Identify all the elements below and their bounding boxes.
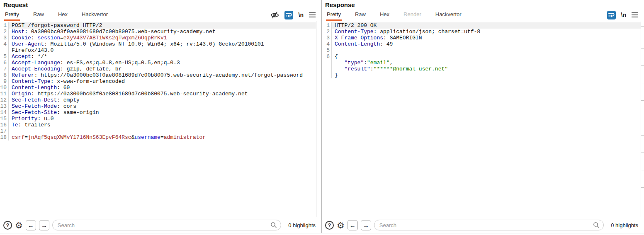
line-number: 1	[0, 22, 9, 29]
menu-icon[interactable]	[309, 10, 316, 19]
line-number: 18	[0, 134, 9, 141]
line-number: 8	[0, 72, 9, 78]
line-number: 12	[0, 97, 9, 103]
code-line: 18csrf=jnAqf5qsqXWMvY1716NnS63EpvF64Rsc&…	[0, 134, 321, 141]
code-line: 2Host: 0a3000bc03f0ae8081689d7c00b80075.…	[0, 29, 321, 35]
request-search-input[interactable]	[52, 220, 281, 230]
menu-icon[interactable]	[632, 10, 638, 19]
prev-match-button[interactable]: ←	[348, 220, 358, 230]
line-number: 9	[0, 78, 9, 85]
tab-hackvertor[interactable]: Hackvertor	[435, 9, 462, 21]
code-line: 11Origin: https://0a3000bc03f0ae8081689d…	[0, 91, 321, 97]
tab-hex[interactable]: Hex	[379, 9, 390, 21]
prev-match-button[interactable]: ←	[26, 220, 36, 230]
code-line: 10Content-Length: 60	[0, 85, 321, 91]
code-text: csrf=jnAqf5qsqXWMvY1716NnS63EpvF64Rsc&us…	[9, 134, 321, 141]
code-line: 5	[322, 47, 644, 53]
help-icon[interactable]: ?	[3, 221, 12, 230]
tab-pretty[interactable]: Pretty	[4, 9, 20, 21]
code-line: 4Content-Length: 49	[322, 41, 644, 47]
request-editor[interactable]: 1POST /forgot-password HTTP/22Host: 0a30…	[0, 21, 321, 217]
line-number: 4	[322, 41, 332, 47]
wrap-lines-icon[interactable]	[284, 11, 293, 19]
code-line: "type":"email",	[322, 60, 644, 66]
code-line: Firefox/143.0	[0, 47, 321, 53]
response-editor-icons: \n	[607, 10, 638, 19]
line-number: 2	[0, 29, 9, 35]
newline-chars-icon[interactable]: \n	[621, 10, 626, 19]
tab-hackvertor[interactable]: Hackvertor	[81, 9, 109, 21]
tab-raw[interactable]: Raw	[32, 9, 45, 21]
code-line: 3Cookie: session=eXyV43V7ABTiWKs2qTwqxmZ…	[0, 35, 321, 41]
search-magnifier-icon	[270, 222, 277, 230]
code-text	[332, 47, 644, 53]
code-line: "result":"*****@normal-user.net"	[322, 66, 644, 72]
code-text: {	[332, 53, 644, 60]
tab-pretty[interactable]: Pretty	[326, 9, 342, 21]
wrap-lines-icon[interactable]	[607, 11, 616, 19]
code-text: Content-Type: x-www-form-urlencoded	[9, 78, 321, 85]
response-editor[interactable]: 1HTTP/2 200 OK2Content-Type: application…	[322, 21, 644, 217]
settings-gear-icon[interactable]: ⚙	[337, 221, 345, 230]
code-line: 1POST /forgot-password HTTP/2	[0, 22, 321, 29]
response-search-input[interactable]	[374, 220, 604, 230]
code-text: Accept-Language: es-ES,es;q=0.8,en-US;q=…	[9, 60, 321, 66]
tab-raw[interactable]: Raw	[354, 9, 367, 21]
request-search-bar: ? ⚙ ← → 0 highlights	[0, 217, 321, 233]
line-number	[322, 72, 332, 78]
line-number	[0, 47, 9, 53]
code-text: Origin: https://0a3000bc03f0ae8081689d7c…	[9, 91, 321, 97]
code-line: 1HTTP/2 200 OK	[322, 22, 644, 29]
line-number: 16	[0, 122, 9, 128]
line-number	[322, 60, 332, 66]
line-number: 14	[0, 109, 9, 116]
response-title: Response	[325, 1, 355, 8]
line-number: 6	[322, 53, 332, 60]
code-line: }	[322, 72, 644, 78]
line-number: 10	[0, 85, 9, 91]
code-line: 6{	[322, 53, 644, 60]
code-text: Content-Length: 49	[332, 41, 644, 47]
line-number: 7	[0, 66, 9, 72]
code-text: Accept-Encoding: gzip, deflate, br	[9, 66, 321, 72]
response-search-bar: ? ⚙ ← → 0 highlights	[322, 217, 644, 233]
code-line: 17	[0, 128, 321, 134]
window-bottom-border	[0, 233, 644, 233]
code-line: 8Referer: https://0a3000bc03f0ae8081689d…	[0, 72, 321, 78]
help-icon[interactable]: ?	[325, 221, 334, 230]
code-text: Sec-Fetch-Site: same-origin	[9, 109, 321, 116]
request-title: Request	[3, 1, 28, 8]
code-text: Accept: */*	[9, 53, 321, 60]
code-text: Host: 0a3000bc03f0ae8081689d7c00b80075.w…	[9, 29, 321, 35]
next-match-button[interactable]: →	[361, 220, 371, 230]
code-text: Te: trailers	[9, 122, 321, 128]
newline-chars-icon[interactable]: \n	[299, 10, 304, 19]
tab-hex[interactable]: Hex	[57, 9, 68, 21]
code-text: Sec-Fetch-Mode: cors	[9, 103, 321, 109]
code-text: User-Agent: Mozilla/5.0 (Windows NT 10.0…	[9, 41, 321, 47]
search-magnifier-icon	[593, 222, 600, 230]
code-line: 15Priority: u=0	[0, 116, 321, 122]
code-text: Priority: u=0	[9, 116, 321, 122]
code-text: X-Frame-Options: SAMEORIGIN	[332, 35, 644, 41]
line-number: 11	[0, 91, 9, 97]
line-number: 1	[322, 22, 332, 29]
line-number: 6	[0, 60, 9, 66]
request-editor-scroll-strip[interactable]	[316, 21, 321, 217]
response-tabs-row: Response PrettyRawHexRenderHackvertor \n	[322, 0, 644, 21]
line-number	[322, 66, 332, 72]
code-text: }	[332, 72, 644, 78]
code-text: Content-Type: application/json; charset=…	[332, 29, 644, 35]
tab-render: Render	[403, 9, 422, 21]
line-number: 3	[0, 35, 9, 41]
code-text: POST /forgot-password HTTP/2	[9, 22, 321, 29]
line-number: 3	[322, 35, 332, 41]
response-editor-scroll-strip[interactable]	[641, 21, 644, 217]
code-text: "result":"*****@normal-user.net"	[332, 66, 644, 72]
next-match-button[interactable]: →	[39, 220, 49, 230]
settings-gear-icon[interactable]: ⚙	[15, 221, 23, 230]
response-panel: Response PrettyRawHexRenderHackvertor \n	[321, 0, 644, 233]
code-line: 9Content-Type: x-www-form-urlencoded	[0, 78, 321, 85]
hide-fields-eye-icon[interactable]	[270, 10, 279, 19]
line-number: 13	[0, 103, 9, 109]
